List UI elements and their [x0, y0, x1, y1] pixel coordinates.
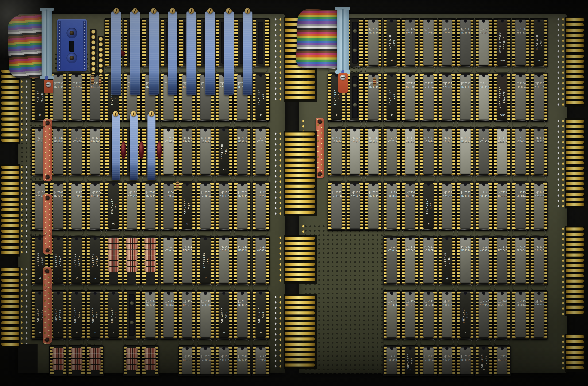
chip-part-number: N8881A	[388, 194, 397, 198]
resistor	[71, 348, 83, 353]
capacitor-tan	[216, 120, 231, 127]
chip-part-date: S7141	[498, 136, 507, 140]
ic-socket: SN74161N7205ti	[383, 18, 401, 67]
chip-logo-signetics-icon: S	[54, 191, 57, 194]
resistor	[145, 255, 156, 260]
capacitor-tan	[124, 284, 139, 290]
chip-part-number: N7474A	[202, 303, 211, 307]
chip-part-date: S7142	[238, 355, 248, 358]
chip-part-date: S7142	[54, 191, 63, 194]
ic-socket: S7115N8881A	[456, 127, 474, 176]
chip-notch	[38, 183, 42, 186]
chip-part-number: N7404A	[406, 31, 415, 35]
capacitor-tan	[476, 229, 491, 236]
chip-notch	[241, 128, 244, 132]
ic-socket: S7127N7404A	[493, 345, 511, 376]
board-right: S7127N7404ASN74161N7205tiS7127N7404AS713…	[299, 14, 567, 373]
capacitor-tan	[252, 339, 268, 345]
chip-notch	[57, 74, 60, 77]
chip-part-number: N7474A	[220, 249, 229, 252]
chip-label: S7141N8234B	[498, 300, 507, 307]
resistor	[108, 249, 119, 255]
chip-logo-ti-icon: ti	[538, 59, 540, 61]
chip-label: S7127N7404A	[443, 191, 452, 198]
chip-part-date: S7137	[406, 191, 415, 194]
ic-chip: S7104N7400A	[164, 183, 174, 229]
socket-pin-row	[234, 19, 238, 66]
chip-date-code: 7804DMP	[503, 91, 505, 103]
chip-label: S7115N8881A	[443, 300, 452, 307]
capacitor-tan	[402, 175, 417, 181]
ic-chip: S7137N7400A	[331, 129, 342, 174]
chip-label: SN74161N7205	[534, 20, 544, 65]
axial-resistor	[99, 77, 102, 86]
ic-socket: S7115N8881A	[215, 182, 233, 231]
resistor	[126, 348, 138, 353]
ic-socket: AM25LS175PC7804DMPAMD	[493, 73, 511, 122]
capacitor-tan	[124, 339, 139, 345]
chip-label: S7127N7404A	[351, 136, 360, 143]
capacitor-tan	[68, 175, 84, 181]
ic-chip: S7115N8881A	[405, 129, 415, 174]
trimmer-adjust-screw	[207, 8, 213, 14]
trimmer-potentiometer	[112, 114, 120, 180]
capacitor-tan	[179, 120, 194, 127]
chip-label: S7146SP380A	[517, 245, 526, 252]
chip-label: S7115N8881A	[461, 355, 471, 362]
chip-part-date: S7115	[238, 136, 248, 140]
screw-slot	[134, 9, 136, 13]
chip-date-code: 7205	[429, 203, 432, 210]
ic-chip: S7127N7404A	[182, 347, 192, 374]
capacitor-tan	[197, 284, 212, 290]
chip-logo-signetics-icon: S	[461, 246, 464, 248]
resistor	[52, 365, 64, 370]
chip-part-number: N8234B	[388, 358, 397, 362]
capacitor-tan	[32, 175, 47, 181]
chip-logo-ti-icon: ti	[57, 332, 59, 334]
chip-part-number: DM74123N	[110, 198, 113, 214]
chip-label: S7141N8234B	[480, 191, 489, 198]
chip-label: S7137N7400A	[238, 245, 248, 252]
chip-part-number: N7404A	[388, 249, 397, 252]
chip-part-date: S7127	[443, 191, 452, 194]
dip-socket-empty	[328, 18, 345, 67]
resistor	[145, 348, 156, 353]
chip-notch	[241, 237, 244, 241]
chip-part-number: N8234B	[424, 303, 434, 307]
socket-hole	[335, 48, 338, 52]
chip-part-number: SN74H30N	[333, 89, 336, 105]
chip-logo-signetics-icon: S	[388, 191, 390, 194]
screw-slot	[115, 111, 117, 116]
chip-logo-ti-icon: ti	[76, 277, 77, 279]
capacitor-tan	[512, 175, 527, 181]
chip-part-number: SN74161N	[257, 307, 260, 323]
chip-part-date: S7131	[461, 82, 471, 85]
chip-logo-ti-icon: ti	[428, 223, 429, 225]
socket-pin-row	[136, 291, 140, 338]
chip-part-date: S7122	[73, 136, 82, 140]
ic-chip: S7127N7404A	[479, 292, 489, 338]
resistor	[126, 261, 138, 266]
capacitor-tan	[365, 120, 380, 127]
chip-logo-ti-icon: ti	[260, 114, 261, 116]
capacitor-tan	[476, 66, 491, 72]
chip-logo-amd-icon: AMD	[500, 59, 505, 61]
chip-label: S7115N8881A	[480, 245, 489, 252]
ic-chip: S7127N7404A	[164, 238, 174, 283]
chip-logo-national-icon: NS	[222, 168, 226, 170]
chip-label: S7141N8234B	[480, 82, 489, 89]
chip-part-date: S7131	[480, 136, 489, 140]
capacitor-tan	[161, 120, 176, 127]
dip-socket-empty	[346, 73, 364, 122]
mounting-hole	[66, 28, 77, 38]
ic-socket: S7115N8881A	[215, 345, 233, 376]
chip-notch	[259, 237, 262, 241]
dip-socket-empty	[346, 18, 364, 67]
chip-logo-signetics-icon: S	[517, 82, 519, 85]
chip-part-date: S17104	[91, 191, 102, 194]
chip-label: S7137N7400A	[202, 355, 211, 362]
chip-logo-signetics-icon: S	[202, 82, 204, 85]
chip-part-date: S7127	[498, 191, 507, 194]
chip-part-number: N7420A	[91, 140, 100, 143]
chip-logo-ti-icon: ti	[391, 59, 392, 61]
